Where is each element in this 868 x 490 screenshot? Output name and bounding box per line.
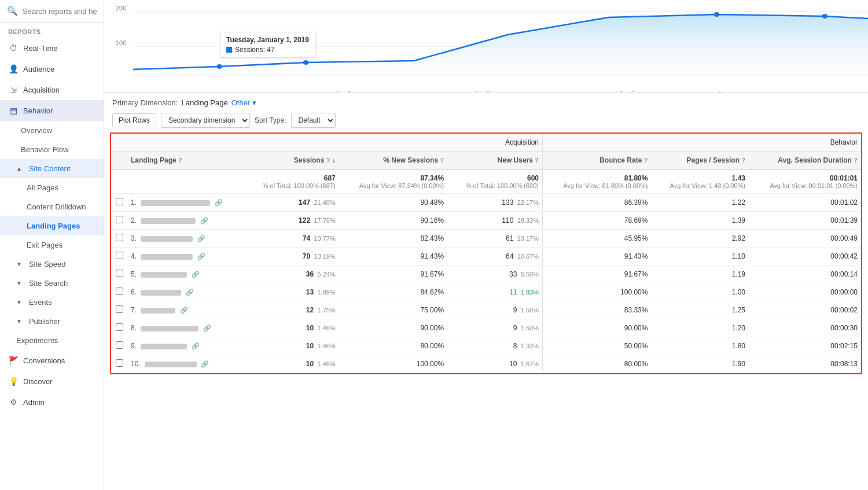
duration-cell: 00:00:30: [749, 319, 861, 337]
row-checkbox[interactable]: [111, 230, 127, 248]
help-icon[interactable]: ?: [644, 157, 648, 164]
x-label-jan2: Jan 2: [475, 90, 490, 93]
primary-dim-other[interactable]: Other ▾: [231, 98, 256, 107]
secondary-dimension-select[interactable]: Secondary dimension: [161, 113, 250, 128]
sidebar-item-discover[interactable]: 💡 Discover: [0, 371, 104, 392]
external-link-icon[interactable]: 🔗: [201, 360, 209, 367]
svg-point-3: [216, 64, 222, 69]
pct-new-cell: 91.67%: [339, 266, 447, 283]
external-link-icon[interactable]: 🔗: [192, 342, 200, 349]
admin-icon: ⚙: [8, 397, 19, 407]
landing-page-cell: 5. 🔗: [127, 266, 244, 283]
pct-new-cell: 100.00%: [339, 355, 447, 373]
sidebar-item-behavior[interactable]: ▤ Behavior: [0, 100, 104, 121]
sessions-cell: 12 1.75%: [244, 301, 339, 319]
help-icon[interactable]: ?: [535, 157, 539, 164]
sidebar-item-content-drilldown[interactable]: Content Drilldown: [0, 197, 104, 216]
sidebar-item-exit-pages[interactable]: Exit Pages: [0, 235, 104, 255]
total-bounce-cell: 81.80% Avg for View: 81.80% (0.00%): [543, 170, 652, 194]
sidebar-item-audience[interactable]: 👤 Audience: [0, 58, 104, 79]
total-checkbox-cell: [111, 170, 127, 194]
nav-acquisition-wrapper: ⇲ Acquisition: [0, 79, 104, 100]
total-pages-cell: 1.43 Avg for View: 1.43 (0.00%): [651, 170, 749, 194]
sidebar-item-label: Exit Pages: [27, 241, 62, 249]
sessions-cell: 147 21.40%: [244, 194, 339, 212]
sidebar-item-admin[interactable]: ⚙ Admin: [0, 392, 104, 412]
external-link-icon[interactable]: 🔗: [180, 307, 188, 314]
row-checkbox[interactable]: [111, 301, 127, 319]
search-bar[interactable]: 🔍: [0, 0, 104, 23]
sidebar-item-events[interactable]: ▼ Events: [0, 293, 104, 312]
row-checkbox[interactable]: [111, 248, 127, 266]
svg-point-6: [822, 14, 827, 19]
pages-cell: 2.92: [651, 230, 749, 248]
help-icon[interactable]: ?: [178, 157, 182, 164]
help-icon[interactable]: ?: [741, 157, 745, 164]
sidebar-item-overview[interactable]: Overview: [0, 121, 104, 140]
pct-new-cell: 90.00%: [339, 319, 447, 337]
pages-cell: 1.20: [651, 319, 749, 337]
help-icon[interactable]: ?: [854, 157, 858, 164]
bounce-cell: 80.00%: [543, 355, 652, 373]
pct-new-cell: 91.43%: [339, 248, 447, 266]
sidebar-item-label: Landing Pages: [27, 222, 80, 230]
sessions-cell: 70 10.19%: [244, 248, 339, 266]
nav-landing-pages-wrapper: ➤ Landing Pages: [0, 216, 104, 235]
sidebar-item-site-speed[interactable]: ▼ Site Speed: [0, 255, 104, 274]
sidebar-item-label: Overview: [21, 126, 52, 135]
sort-type-select[interactable]: Default: [291, 113, 336, 128]
sidebar-item-label: Conversions: [23, 356, 65, 365]
row-checkbox[interactable]: [111, 283, 127, 301]
sessions-cell: 74 10.77%: [244, 230, 339, 248]
plot-rows-button[interactable]: Plot Rows: [112, 113, 156, 127]
main-content: 200 100 Tuesday, Januar: [104, 0, 868, 490]
external-link-icon[interactable]: 🔗: [186, 289, 194, 296]
landing-page-cell: 1. 🔗: [127, 194, 244, 212]
sidebar-item-label: Publisher: [29, 317, 60, 326]
sidebar-item-site-search[interactable]: ▼ Site Search: [0, 274, 104, 293]
help-icon[interactable]: ?: [440, 157, 444, 164]
pct-new-cell: 82.43%: [339, 230, 447, 248]
row-checkbox[interactable]: [111, 355, 127, 373]
nav-site-content-wrapper: ➤ ▲ Site Content: [0, 159, 104, 178]
svg-point-4: [303, 60, 309, 65]
new-users-header[interactable]: New Users ?: [447, 152, 542, 170]
pages-cell: 1.10: [651, 248, 749, 266]
external-link-icon[interactable]: 🔗: [200, 217, 208, 224]
x-label-jan1: Jan 1: [336, 90, 351, 93]
pct-new-sessions-header[interactable]: % New Sessions ?: [339, 152, 447, 170]
search-input[interactable]: [23, 7, 97, 16]
toolbar: Plot Rows Secondary dimension Sort Type:…: [110, 110, 862, 132]
sidebar-item-publisher[interactable]: ▼ Publisher: [0, 312, 104, 331]
sessions-cell: 10 1.46%: [244, 337, 339, 355]
row-checkbox[interactable]: [111, 266, 127, 283]
sidebar-item-all-pages[interactable]: All Pages: [0, 178, 104, 197]
sidebar-item-conversions[interactable]: 🚩 Conversions: [0, 350, 104, 371]
sidebar-item-landing-pages[interactable]: Landing Pages: [0, 216, 104, 235]
bounce-rate-header[interactable]: Bounce Rate ?: [543, 152, 652, 170]
sidebar-item-behavior-flow[interactable]: Behavior Flow: [0, 140, 104, 159]
row-checkbox[interactable]: [111, 319, 127, 337]
total-new-users-cell: 600 % of Total: 100.00% (600): [447, 170, 542, 194]
row-checkbox[interactable]: [111, 194, 127, 212]
row-checkbox[interactable]: [111, 212, 127, 230]
sidebar-item-realtime[interactable]: ⏱ Real-Time: [0, 38, 104, 58]
sidebar-item-site-content[interactable]: ▲ Site Content: [0, 159, 104, 178]
bounce-cell: 83.33%: [543, 301, 652, 319]
external-link-icon[interactable]: 🔗: [197, 253, 205, 260]
sidebar-item-experiments[interactable]: Experiments: [0, 331, 104, 350]
sessions-header[interactable]: Sessions ? ↓: [244, 152, 339, 170]
total-pct-new-cell: 87.34% Avg for View: 87.34% (0.00%): [339, 170, 447, 194]
row-checkbox[interactable]: [111, 337, 127, 355]
sidebar-item-acquisition[interactable]: ⇲ Acquisition: [0, 79, 104, 100]
pages-session-header[interactable]: Pages / Session ?: [651, 152, 749, 170]
help-icon[interactable]: ?: [326, 157, 330, 164]
external-link-icon[interactable]: 🔗: [215, 199, 223, 206]
external-link-icon[interactable]: 🔗: [192, 271, 200, 278]
sidebar-item-label: Site Search: [29, 279, 68, 288]
expand-arrow-icon: ▼: [16, 299, 22, 305]
duration-cell: 00:08:13: [749, 355, 861, 373]
avg-duration-header[interactable]: Avg. Session Duration ?: [749, 152, 861, 170]
external-link-icon[interactable]: 🔗: [203, 325, 211, 331]
external-link-icon[interactable]: 🔗: [197, 235, 205, 242]
